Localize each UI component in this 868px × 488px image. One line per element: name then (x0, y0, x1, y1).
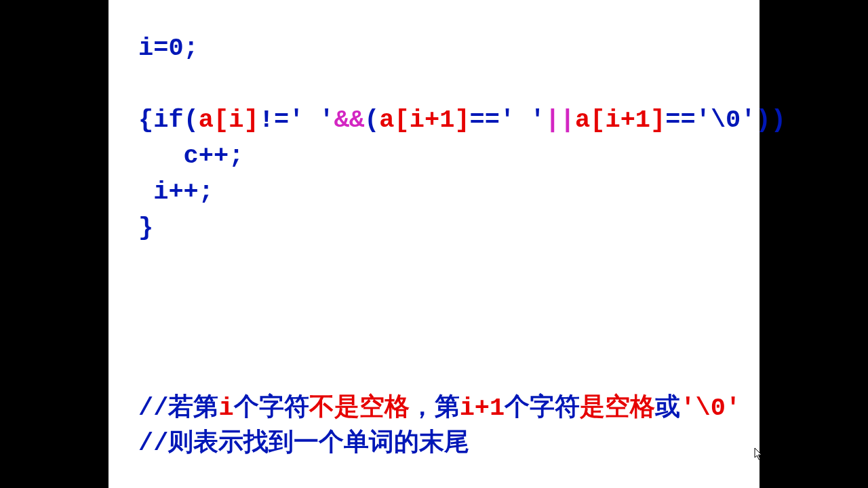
comment-emph: 是空格 (580, 394, 655, 422)
op-and: && (334, 106, 364, 134)
comment-text: 或 (655, 394, 680, 422)
comment-line-1: //若第i个字符不是空格，第i+1个字符是空格或'\0' (138, 390, 741, 426)
op-or: || (545, 106, 575, 134)
comment-emph: 不是空格 (309, 394, 410, 422)
comment-var-i: i (218, 394, 233, 422)
slide-content: i=0; {if(a[i]!=' '&&(a[i+1]==' '||a[i+1]… (108, 0, 760, 488)
comment-text: ，第 (410, 394, 460, 422)
brace-open: { (138, 106, 153, 134)
kw-if: if (153, 106, 183, 134)
paren: ( (364, 106, 379, 134)
comment-nul: '\0' (680, 394, 741, 422)
code-block: i=0; {if(a[i]!=' '&&(a[i+1]==' '||a[i+1]… (138, 30, 732, 246)
op-eq2: =='\0' (665, 106, 755, 134)
comment-text: 个字符 (505, 394, 580, 422)
paren: ( (184, 106, 199, 134)
paren-close: )) (756, 106, 786, 134)
op-neq: !=' ' (259, 106, 334, 134)
code-line-4: i++; (138, 178, 214, 206)
op-eq1: ==' ' (470, 106, 545, 134)
comment-text: //若第 (138, 394, 218, 422)
expr-ai1a: a[i+1] (379, 106, 469, 134)
expr-ai: a[i] (199, 106, 259, 134)
code-line-3: c++; (138, 142, 243, 170)
comment-line-2: //则表示找到一个单词的末尾 (138, 426, 741, 461)
expr-ai1b: a[i+1] (575, 106, 665, 134)
comment-block: //若第i个字符不是空格，第i+1个字符是空格或'\0' //则表示找到一个单词… (138, 390, 741, 461)
code-line-5: } (138, 214, 153, 242)
comment-text: 个字符 (234, 394, 309, 422)
code-line-1: i=0; (138, 34, 199, 62)
comment-var-i1: i+1 (460, 394, 505, 422)
